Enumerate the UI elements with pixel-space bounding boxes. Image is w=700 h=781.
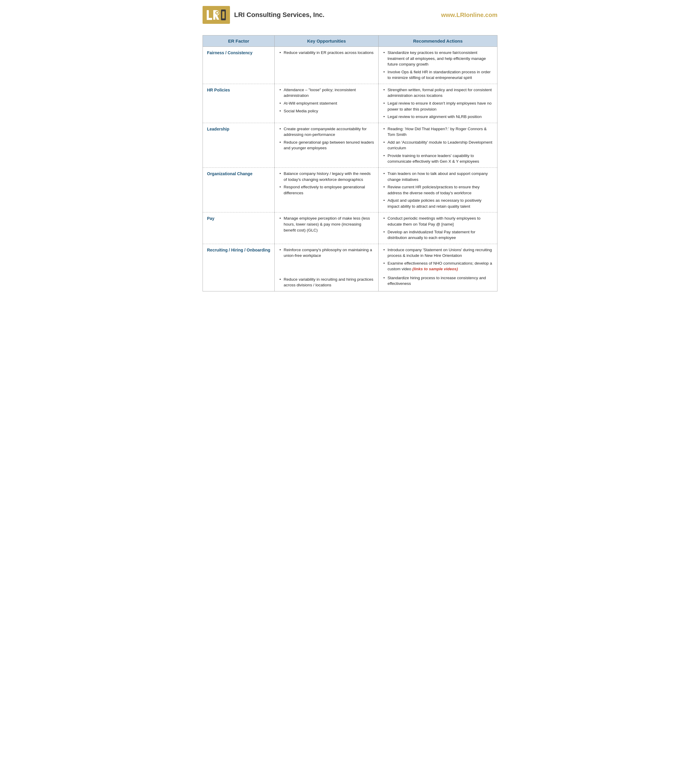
opportunities-list: Create greater companywide accountabilit…	[279, 126, 374, 151]
table-row: Leadership Create greater companywide ac…	[203, 123, 497, 167]
opportunities-cell: Balance company history / legacy with th…	[275, 168, 378, 212]
er-factor-cell: Recruiting / Hiring / Onboarding	[203, 244, 275, 291]
table-row: Organizational Change Balance company hi…	[203, 168, 497, 212]
opportunities-cell: Manage employee perception of make less …	[275, 212, 378, 244]
list-item: Standardize key practices to ensure fair…	[383, 50, 493, 67]
list-item: Legal review to ensure it doesn't imply …	[383, 100, 493, 112]
list-item: Introduce company 'Statement on Unions' …	[383, 247, 493, 259]
table-row: Fairness / Consistency Reduce variabilit…	[203, 47, 497, 84]
list-item: Legal review to ensure alignment with NL…	[383, 114, 493, 120]
svg-rect-6	[222, 11, 225, 18]
list-item: Review current HR policies/practices to …	[383, 184, 493, 196]
col-header-key-opportunities: Key Opportunities	[275, 35, 378, 47]
actions-list: Conduct periodic meetings with hourly em…	[383, 215, 493, 240]
opportunities-list: Attendance – "loose" policy; inconsisten…	[279, 87, 374, 114]
actions-list: Standardize key practices to ensure fair…	[383, 50, 493, 81]
list-item: Add an 'Accountability' module to Leader…	[383, 139, 493, 151]
list-item: Standardize hiring process to increase c…	[383, 275, 493, 287]
list-item: Balance company history / legacy with th…	[279, 171, 374, 182]
list-item: Reinforce company's philosophy on mainta…	[279, 247, 374, 259]
list-item: Reading: 'How Did That Happen?.' by Roge…	[383, 126, 493, 138]
logo-svg	[205, 8, 227, 22]
main-table: ER Factor Key Opportunities Recommended …	[203, 35, 497, 291]
svg-rect-2	[213, 10, 215, 20]
col-header-recommended-actions: Recommended Actions	[378, 35, 497, 47]
er-factor-cell: Pay	[203, 212, 275, 244]
opportunities-list: Balance company history / legacy with th…	[279, 171, 374, 196]
actions-cell: Train leaders on how to talk about and s…	[378, 168, 497, 212]
actions-cell: Strengthen written, formal policy and in…	[378, 84, 497, 123]
list-item: Create greater companywide accountabilit…	[279, 126, 374, 138]
list-item: Conduct periodic meetings with hourly em…	[383, 215, 493, 227]
list-item: Examine effectiveness of NHO communicati…	[383, 260, 493, 272]
opportunities-list: Reduce variability in ER practices acros…	[279, 50, 374, 56]
svg-rect-1	[207, 18, 212, 20]
list-item: Reduce generational gap between tenured …	[279, 139, 374, 151]
website-url: www.LRIonline.com	[441, 12, 497, 18]
list-item: Train leaders on how to talk about and s…	[383, 171, 493, 182]
sample-videos-link[interactable]: (links to sample videos)	[412, 267, 458, 271]
opportunities-cell: Create greater companywide accountabilit…	[275, 123, 378, 167]
list-item: Develop an individualized Total Pay stat…	[383, 229, 493, 241]
actions-list: Reading: 'How Did That Happen?.' by Roge…	[383, 126, 493, 165]
lri-logo	[203, 6, 230, 24]
list-item: Involve Ops & field HR in standardizatio…	[383, 69, 493, 81]
logo-area: LRI Consulting Services, Inc.	[203, 6, 324, 24]
list-item: Reduce variability in ER practices acros…	[279, 50, 374, 56]
list-item: Provide training to enhance leaders' cap…	[383, 153, 493, 165]
list-item: Adjust and update policies as necessary …	[383, 198, 493, 209]
table-row: HR Policies Attendance – "loose" policy;…	[203, 84, 497, 123]
er-factor-cell: Leadership	[203, 123, 275, 167]
opportunities-cell: Reinforce company's philosophy on mainta…	[275, 244, 378, 291]
opportunities-cell: Reduce variability in ER practices acros…	[275, 47, 378, 84]
actions-cell: Introduce company 'Statement on Unions' …	[378, 244, 497, 291]
table-header-row: ER Factor Key Opportunities Recommended …	[203, 35, 497, 47]
table-row: Recruiting / Hiring / Onboarding Reinfor…	[203, 244, 497, 291]
list-item: Reduce variability in recruiting and hir…	[279, 277, 374, 288]
actions-list: Strengthen written, formal policy and in…	[383, 87, 493, 120]
list-item: Manage employee perception of make less …	[279, 215, 374, 233]
list-item: Strengthen written, formal policy and in…	[383, 87, 493, 98]
actions-list: Train leaders on how to talk about and s…	[383, 171, 493, 209]
company-name: LRI Consulting Services, Inc.	[234, 11, 324, 19]
list-item: Attendance – "loose" policy; inconsisten…	[279, 87, 374, 98]
er-factor-cell: Organizational Change	[203, 168, 275, 212]
er-factor-cell: Fairness / Consistency	[203, 47, 275, 84]
list-item: Respond effectively to employee generati…	[279, 184, 374, 196]
table-row: Pay Manage employee perception of make l…	[203, 212, 497, 244]
actions-cell: Standardize key practices to ensure fair…	[378, 47, 497, 84]
opportunities-list: Reinforce company's philosophy on mainta…	[279, 247, 374, 288]
opportunities-cell: Attendance – "loose" policy; inconsisten…	[275, 84, 378, 123]
page-header: LRI Consulting Services, Inc. www.LRIonl…	[203, 6, 497, 27]
actions-list: Introduce company 'Statement on Unions' …	[383, 247, 493, 287]
actions-cell: Conduct periodic meetings with hourly em…	[378, 212, 497, 244]
er-factor-cell: HR Policies	[203, 84, 275, 123]
list-item: Social Media policy	[279, 108, 374, 114]
list-item: At-Will employment statement	[279, 100, 374, 107]
col-header-er-factor: ER Factor	[203, 35, 275, 47]
opportunities-list: Manage employee perception of make less …	[279, 215, 374, 233]
svg-point-4	[216, 12, 218, 14]
actions-cell: Reading: 'How Did That Happen?.' by Roge…	[378, 123, 497, 167]
